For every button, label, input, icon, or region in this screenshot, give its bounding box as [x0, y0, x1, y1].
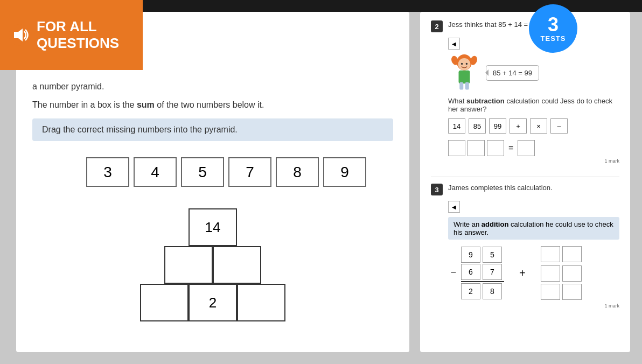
q2-header: 2 Jess thinks that 85 + 14 = 99	[431, 20, 619, 32]
q3-num-5: 5	[483, 247, 502, 263]
q3-ans-r2-c1[interactable]	[541, 265, 560, 282]
divider	[431, 177, 619, 177]
tile-9[interactable]: 9	[323, 157, 366, 187]
speaker-icon	[9, 24, 30, 46]
num-btn-85[interactable]: 85	[469, 118, 486, 134]
tile-7[interactable]: 7	[228, 157, 271, 187]
q3-left-calc: 9 5 – 6 7 2 8	[448, 247, 504, 299]
question-intro: a number pyramid.	[32, 82, 393, 92]
girl-icon	[448, 54, 480, 92]
pyramid-mid-right[interactable]	[213, 246, 261, 284]
q3-num-7: 7	[483, 264, 502, 280]
q3-ans-divider-spacer	[541, 263, 582, 264]
tests-badge: 3 TESTS	[529, 4, 577, 53]
plus-sign: +	[515, 267, 530, 279]
q3-answer-boxes	[541, 246, 582, 300]
svg-rect-10	[465, 82, 469, 90]
girl-area: 85 + 14 = 99	[448, 54, 619, 92]
q3-ans-r2-c2[interactable]	[562, 265, 582, 282]
q3-num-6: 6	[461, 264, 480, 280]
q3-ans-r1-c2[interactable]	[562, 246, 582, 262]
tile-4[interactable]: 4	[134, 157, 177, 187]
pyramid-row-3: 2	[140, 284, 285, 321]
pyramid-bot-right[interactable]	[237, 284, 285, 321]
q2-ans-2[interactable]	[467, 140, 485, 156]
q3-ans-r3-c1[interactable]	[541, 284, 560, 300]
q2-number: 2	[431, 20, 443, 32]
question-3-block: 3 James completes this calculation. ◀ Wr…	[431, 184, 619, 309]
tile-5[interactable]: 5	[181, 157, 224, 187]
q2-ans-1[interactable]	[448, 140, 465, 156]
pyramid-bot-left[interactable]	[140, 284, 189, 321]
tile-8[interactable]: 8	[276, 157, 319, 187]
pyramid: 14 2	[32, 208, 393, 321]
q3-instruction: Write an addition calculation he could u…	[448, 217, 619, 240]
pyramid-row-1: 14	[189, 208, 237, 246]
q2-ans-4[interactable]	[518, 140, 535, 156]
for-all-label: FOR ALL QUESTIONS	[37, 18, 119, 52]
tile-3[interactable]: 3	[86, 157, 129, 187]
pyramid-bot-mid[interactable]: 2	[189, 284, 237, 321]
badge-number: 3	[548, 15, 559, 34]
calc-line	[461, 281, 504, 282]
q2-mark: 1 mark	[431, 158, 619, 164]
pyramid-row-2	[164, 246, 261, 284]
q2-sub-label: What subtraction calculation could Jess …	[448, 97, 619, 113]
orange-header: FOR ALL QUESTIONS	[0, 0, 143, 70]
num-btn-99[interactable]: 99	[489, 118, 506, 134]
q3-minus: –	[448, 267, 459, 277]
badge-label: TESTS	[541, 34, 566, 43]
num-btn-plus[interactable]: +	[510, 118, 527, 134]
q3-num-8: 8	[483, 283, 502, 299]
svg-point-3	[458, 58, 471, 71]
svg-point-7	[466, 63, 468, 65]
q2-answer-row: =	[448, 140, 619, 156]
svg-point-6	[461, 63, 463, 65]
right-panel: 2 Jess thinks that 85 + 14 = 99 ◀	[420, 12, 630, 352]
q3-ans-r1-c1[interactable]	[541, 246, 560, 262]
num-btn-minus[interactable]: –	[550, 118, 568, 134]
q2-equals: =	[506, 143, 515, 153]
q3-mark: 1 mark	[431, 303, 619, 309]
q3-calc-grid: 9 5 – 6 7 2 8 +	[448, 246, 619, 300]
q3-ans-r3-c2[interactable]	[562, 284, 582, 300]
q3-text: James completes this calculation.	[448, 184, 619, 192]
q2-audio-btn[interactable]: ◀	[448, 38, 460, 50]
q3-audio-btn[interactable]: ◀	[448, 201, 460, 213]
q3-audio-row: ◀	[448, 201, 619, 213]
question-2-block: 2 Jess thinks that 85 + 14 = 99 ◀	[431, 20, 619, 164]
description: The number in a box is the sum of the tw…	[32, 100, 393, 110]
q3-header: 3 James completes this calculation.	[431, 184, 619, 195]
pyramid-top[interactable]: 14	[189, 208, 237, 246]
q3-num-9: 9	[461, 247, 480, 263]
q2-ans-3[interactable]	[487, 140, 504, 156]
q3-number: 3	[431, 184, 443, 195]
tiles-row: 3 4 5 7 8 9	[86, 157, 393, 187]
svg-rect-9	[459, 82, 463, 90]
q3-num-2: 2	[461, 283, 480, 299]
speech-bubble: 85 + 14 = 99	[486, 65, 539, 81]
num-btn-14[interactable]: 14	[448, 118, 465, 134]
svg-rect-8	[459, 71, 470, 84]
q2-num-buttons: 14 85 99 + × –	[448, 118, 619, 134]
num-btn-times[interactable]: ×	[530, 118, 547, 134]
instruction-box: Drag the correct missing numbers into th…	[32, 118, 393, 141]
pyramid-mid-left[interactable]	[164, 246, 213, 284]
